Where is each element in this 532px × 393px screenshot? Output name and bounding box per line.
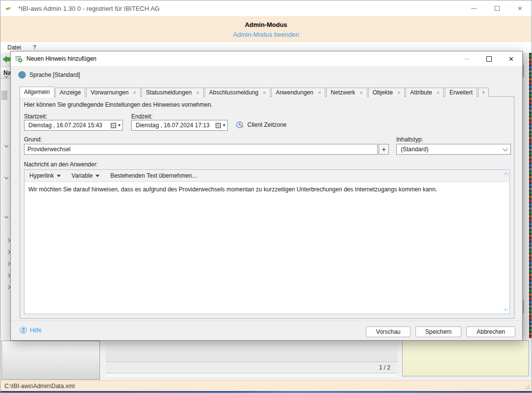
tab-add-button[interactable]: +: [478, 88, 489, 97]
admin-mode-exit-link[interactable]: Admin-Modus beenden: [0, 31, 532, 38]
maximize-icon: [486, 56, 492, 62]
help-icon: ?: [20, 326, 27, 334]
tab-label: Objekte: [373, 89, 393, 96]
tab-close-icon[interactable]: ×: [397, 90, 400, 95]
tree-expander-icon[interactable]: [4, 143, 8, 147]
message-text[interactable]: Wir möchten Sie darauf hinweisen, dass e…: [24, 182, 509, 197]
tab-close-icon[interactable]: ×: [436, 90, 439, 95]
tab-vorwarnungen[interactable]: Vorwarnungen×: [86, 88, 141, 97]
dialog-minimize-button[interactable]: [456, 51, 478, 66]
tree-collapsed-icon[interactable]: [6, 262, 10, 266]
toolbar-button-label: Bestehenden Text übernehmen...: [110, 172, 197, 179]
reason-label: Grund:: [24, 136, 42, 143]
tab-abschlussmeldung[interactable]: Abschlussmeldung×: [205, 88, 270, 97]
taskbar-edge: [0, 391, 532, 393]
calendar-icon: [216, 123, 221, 128]
tab-label: Attribute: [410, 89, 432, 96]
dropdown-arrow-icon: [57, 175, 61, 177]
message-editor[interactable]: HyperlinkVariableBestehenden Text überne…: [24, 169, 510, 314]
content-type-value: (Standard): [401, 146, 429, 153]
tree-collapsed-icon[interactable]: [6, 238, 10, 242]
tab-label: Statusmeldungen: [146, 89, 192, 96]
tab-netzwerk[interactable]: Netzwerk×: [326, 88, 367, 97]
language-label: Sprache [Standard]: [29, 71, 80, 78]
tab-allgemein[interactable]: Allgemein: [20, 87, 54, 97]
toolbar-variable-button[interactable]: Variable: [72, 172, 99, 179]
maximize-icon: [495, 6, 500, 11]
end-time-picker[interactable]: Dienstag , 16.07.2024 17:13 ▾: [131, 120, 228, 131]
resize-grip-icon[interactable]: [524, 384, 530, 390]
tab-close-icon[interactable]: ×: [318, 90, 321, 95]
message-label: Nachricht an den Anwender:: [24, 161, 98, 168]
docked-panel-edge[interactable]: [529, 53, 532, 338]
start-time-picker[interactable]: Dienstag , 16.07.2024 15:43 ▾: [24, 120, 123, 131]
tab-close-icon[interactable]: ×: [133, 90, 136, 95]
app-window: ✒ *IBI-aws Admin 1.30.0 - registriert fü…: [0, 0, 532, 393]
minimize-icon: [464, 59, 470, 59]
help-link[interactable]: ? Hilfe: [20, 326, 42, 334]
tab-label: Allgemein: [24, 89, 50, 95]
reason-add-button[interactable]: +: [379, 144, 389, 155]
dialog-close-button[interactable]: ✕: [500, 51, 522, 66]
add-notice-dialog: Neuen Hinweis hinzufügen ✕ Sprache [Stan…: [10, 51, 523, 341]
admin-mode-title: Admin-Modus: [0, 21, 532, 28]
timezone-clock-icon: [236, 121, 244, 129]
admin-mode-banner: Admin-Modus Admin-Modus beenden: [0, 16, 532, 42]
tab-anwendungen[interactable]: Anwendungen×: [271, 88, 325, 97]
dropdown-arrow-icon: [96, 175, 99, 177]
close-button[interactable]: ✕: [508, 0, 532, 16]
toolbar-button-label: Variable: [72, 172, 93, 179]
chevron-down-icon: [503, 146, 508, 151]
cancel-button[interactable]: Abbrechen: [466, 326, 515, 337]
content-type-select[interactable]: (Standard): [396, 144, 511, 155]
intro-text: Hier können Sie grundlegende Einstellung…: [24, 101, 213, 108]
dialog-titlebar: Neuen Hinweis hinzufügen ✕: [11, 51, 522, 66]
tab-objekte[interactable]: Objekte×: [368, 88, 405, 97]
tab-label: Vorwarnungen: [91, 89, 128, 96]
tree-selected-row: [1, 91, 7, 100]
preview-button[interactable]: Vorschau: [366, 326, 411, 337]
maximize-button[interactable]: [485, 0, 508, 16]
toolbar-take-existing-text-button[interactable]: Bestehenden Text übernehmen...: [110, 172, 197, 179]
tab-label: Anzeige: [60, 89, 81, 96]
tree-collapsed-icon[interactable]: [6, 274, 10, 277]
content-type-label: Inhaltstyp:: [396, 136, 423, 143]
tab-label: Abschlussmeldung: [209, 89, 259, 96]
dialog-title: Neuen Hinweis hinzufügen: [26, 55, 97, 62]
tree-collapsed-icon[interactable]: [6, 250, 10, 254]
tab-anzeige[interactable]: Anzeige: [55, 88, 85, 97]
quill-pen-icon: ✒: [4, 3, 15, 14]
globe-icon: [18, 71, 26, 79]
end-time-value: Dienstag , 16.07.2024 17:13: [136, 122, 216, 129]
reason-input[interactable]: [24, 144, 378, 155]
help-label: Hilfe: [30, 327, 42, 334]
language-row: Sprache [Standard]: [18, 71, 80, 79]
tab-close-icon[interactable]: ×: [360, 90, 363, 95]
tree-expander-icon[interactable]: [4, 214, 8, 218]
window-controls: ✕: [462, 0, 532, 16]
start-time-value: Dienstag , 16.07.2024 15:43: [28, 122, 111, 129]
notes-preview-panel: [402, 340, 529, 376]
dialog-footer: ? Hilfe Vorschau Speichern Abbrechen: [11, 321, 522, 340]
tab-close-icon[interactable]: ×: [263, 90, 266, 95]
toolbar-hyperlink-button[interactable]: Hyperlink: [29, 172, 61, 179]
tab-label: +: [482, 89, 485, 96]
dialog-maximize-button[interactable]: [478, 51, 500, 66]
save-button[interactable]: Speichern: [415, 326, 461, 337]
minimize-button[interactable]: [462, 0, 485, 16]
dropdown-arrow-icon[interactable]: ▾: [223, 123, 225, 128]
tab-attribute[interactable]: Attribute×: [406, 88, 444, 97]
dropdown-arrow-icon[interactable]: ▾: [118, 123, 121, 128]
tree-collapsed-icon[interactable]: [6, 285, 10, 289]
tab-erweitert[interactable]: Erweitert: [445, 88, 477, 97]
tab-close-icon[interactable]: ×: [196, 90, 199, 95]
dialog-controls: ✕: [456, 51, 522, 66]
tab-statusmeldungen[interactable]: Statusmeldungen×: [142, 88, 204, 97]
tab-panel-allgemein: Hier können Sie grundlegende Einstellung…: [20, 96, 514, 319]
tab-label: Erweitert: [449, 89, 472, 96]
tab-label: Netzwerk: [331, 89, 355, 96]
tree-expander-icon[interactable]: [4, 175, 8, 179]
close-icon: ✕: [508, 55, 514, 63]
close-icon: ✕: [517, 5, 523, 12]
editor-scroll-down-icon[interactable]: [504, 306, 508, 311]
